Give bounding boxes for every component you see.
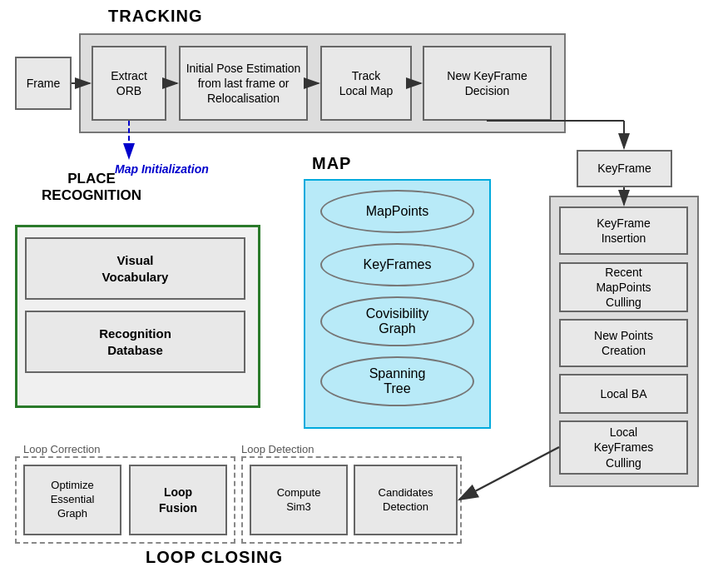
keyframe-box: KeyFrame xyxy=(577,150,672,187)
recognition-database-box: Recognition Database xyxy=(25,311,245,373)
new-keyframe-decision-box: New KeyFrame Decision xyxy=(423,46,552,121)
svg-line-10 xyxy=(459,447,559,500)
track-local-map-box: Track Local Map xyxy=(320,46,412,121)
mappoints-box: MapPoints xyxy=(320,190,474,233)
initial-pose-box: Initial Pose Estimation from last frame … xyxy=(179,46,308,121)
candidates-detection-box: Candidates Detection xyxy=(354,465,458,535)
tracking-label: TRACKING xyxy=(108,7,203,26)
optimize-essential-graph-box: Optimize Essential Graph xyxy=(23,465,121,535)
visual-vocabulary-box: Visual Vocabulary xyxy=(25,237,245,300)
keyframes-box: KeyFrames xyxy=(320,243,474,286)
recent-mappoints-culling-box: Recent MapPoints Culling xyxy=(559,262,688,312)
extract-orb-box: Extract ORB xyxy=(92,46,166,121)
compute-sim3-box: Compute Sim3 xyxy=(250,465,348,535)
spanning-tree-box: Spanning Tree xyxy=(320,356,474,406)
covisibility-graph-box: Covisibility Graph xyxy=(320,296,474,346)
diagram: TRACKING Frame Extract ORB Initial Pose … xyxy=(0,0,728,572)
frame-box: Frame xyxy=(15,57,72,110)
loop-fusion-box: Loop Fusion xyxy=(129,465,227,535)
new-points-creation-box: New Points Creation xyxy=(559,319,688,367)
loop-closing-label: LOOP CLOSING xyxy=(146,548,283,567)
loop-detection-label: Loop Detection xyxy=(241,443,314,455)
map-label: MAP xyxy=(312,154,351,173)
keyframe-insertion-box: KeyFrame Insertion xyxy=(559,206,688,255)
local-keyframes-culling-box: Local KeyFrames Culling xyxy=(559,420,688,475)
local-ba-box: Local BA xyxy=(559,374,688,414)
map-initialization-label: Map Initialization xyxy=(115,162,209,176)
place-recognition-label: PLACE RECOGNITION xyxy=(25,171,158,205)
loop-correction-label: Loop Correction xyxy=(23,443,101,455)
